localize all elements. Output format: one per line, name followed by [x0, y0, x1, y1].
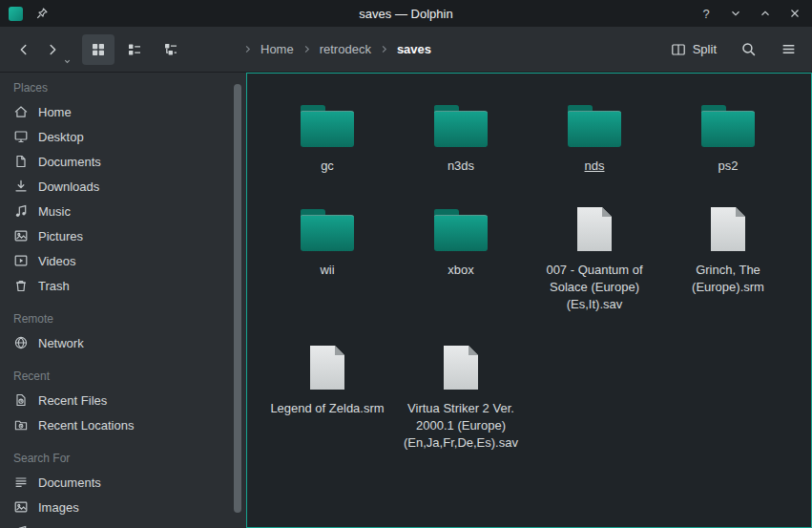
sidebar-section-label-places: Places	[0, 74, 246, 99]
forward-dropdown-icon[interactable]	[63, 57, 72, 66]
folder-nds[interactable]: nds	[528, 90, 661, 175]
folder-icon	[301, 105, 354, 147]
folder-xbox[interactable]: xbox	[394, 194, 528, 313]
image-icon	[13, 499, 29, 515]
item-label: Grinch, The (Europe).srm	[667, 262, 789, 296]
file-icon	[711, 207, 745, 251]
icon-wrap	[310, 332, 344, 391]
file-legend-of-zelda-srm[interactable]: Legend of Zelda.srm	[260, 332, 394, 452]
sidebar-item-trash[interactable]: Trash	[0, 273, 246, 298]
sidebar-item-label: Images	[38, 500, 79, 515]
icon-wrap	[444, 332, 478, 391]
icon-wrap	[701, 90, 755, 149]
trash-icon	[13, 278, 29, 293]
main-toolbar: Home retrodeck saves Split	[0, 27, 812, 73]
sidebar-item-audio[interactable]: Audio	[0, 519, 246, 528]
folder-view: gcn3dsndsps2wiixbox007 - Quantum of Sola…	[246, 73, 812, 528]
sidebar-item-label: Desktop	[38, 130, 84, 144]
file-virtua-striker-2-ver-2000-1-europe-en-ja-fr-de-es-sav[interactable]: Virtua Striker 2 Ver. 2000.1 (Europe) (E…	[394, 332, 528, 452]
desktop-icon	[13, 129, 29, 144]
folder-icon	[301, 209, 354, 251]
sidebar-item-label: Documents	[38, 475, 101, 490]
split-button[interactable]: Split	[665, 36, 722, 63]
sidebar-section-label-recent: Recent	[0, 355, 246, 388]
back-button[interactable]	[10, 34, 38, 65]
split-icon	[671, 42, 686, 57]
scrollbar-thumb[interactable]	[234, 84, 241, 513]
sidebar-item-label: Audio	[38, 525, 70, 528]
hamburger-menu-button[interactable]	[774, 34, 802, 65]
breadcrumb-home[interactable]: Home	[258, 42, 297, 56]
details-view-button[interactable]	[155, 34, 187, 65]
item-label: wii	[320, 262, 334, 279]
item-label: ps2	[718, 158, 739, 175]
sidebar-scrollbar[interactable]	[234, 84, 241, 517]
network-icon	[13, 335, 29, 350]
item-label: 007 - Quantum of Solace (Europe) (Es,It)…	[533, 262, 656, 313]
sidebar-item-label: Network	[38, 336, 84, 350]
sidebar-item-label: Recent Files	[38, 393, 107, 408]
breadcrumb-saves[interactable]: saves	[394, 42, 434, 56]
breadcrumb: Home retrodeck saves	[242, 42, 434, 56]
file-grinch-the-europe-srm[interactable]: Grinch, The (Europe).srm	[661, 194, 795, 313]
chevron-right-icon	[302, 44, 312, 54]
sidebar-item-recent-files[interactable]: Recent Files	[0, 388, 246, 412]
maximize-button[interactable]	[757, 5, 774, 22]
file-grid: gcn3dsndsps2wiixbox007 - Quantum of Sola…	[247, 74, 811, 452]
file-icon	[577, 207, 612, 251]
icons-view-button[interactable]	[82, 34, 115, 65]
view-mode-buttons	[82, 34, 187, 65]
sidebar-item-desktop[interactable]: Desktop	[0, 124, 246, 149]
item-label: gc	[321, 158, 334, 175]
dolphin-window: saves — Dolphin ?	[0, 0, 812, 528]
sidebar-item-music[interactable]: Music	[0, 199, 246, 223]
folder-n3ds[interactable]: n3ds	[394, 90, 528, 175]
sidebar-item-videos[interactable]: Videos	[0, 248, 246, 273]
titlebar: saves — Dolphin ?	[0, 0, 812, 27]
home-icon	[13, 104, 29, 119]
icon-wrap	[711, 194, 745, 253]
sidebar-item-home[interactable]: Home	[0, 99, 246, 124]
sidebar-item-label: Home	[38, 105, 72, 119]
file-icon	[310, 346, 344, 390]
item-label: Virtua Striker 2 Ver. 2000.1 (Europe) (E…	[400, 400, 522, 452]
sidebar-item-label: Pictures	[38, 229, 83, 243]
sidebar-item-images[interactable]: Images	[0, 495, 246, 519]
sidebar-section-label-remote: Remote	[0, 298, 246, 330]
recent-locations-icon	[13, 417, 29, 433]
folder-ps2[interactable]: ps2	[661, 90, 795, 175]
search-button[interactable]	[734, 34, 762, 65]
folder-gc[interactable]: gc	[260, 90, 394, 175]
download-icon	[13, 179, 29, 194]
pin-icon[interactable]	[33, 5, 51, 22]
breadcrumb-retrodeck[interactable]: retrodeck	[317, 42, 374, 56]
places-panel: PlacesHomeDesktopDocumentsDownloadsMusic…	[0, 73, 246, 528]
list-icon	[13, 475, 29, 490]
sidebar-item-label: Downloads	[38, 180, 99, 194]
file-007-quantum-of-solace-europe-es-it-sav[interactable]: 007 - Quantum of Solace (Europe) (Es,It)…	[528, 194, 661, 313]
chevron-right-icon	[242, 44, 253, 54]
file-icon	[444, 346, 478, 390]
sidebar-item-documents[interactable]: Documents	[0, 149, 246, 174]
icon-wrap	[301, 194, 354, 253]
icon-wrap	[568, 90, 621, 149]
item-label: n3ds	[448, 158, 474, 175]
document-icon	[13, 154, 29, 169]
help-button[interactable]: ?	[697, 5, 715, 22]
music-icon	[13, 524, 29, 528]
sidebar-item-documents[interactable]: Documents	[0, 470, 246, 495]
sidebar-item-label: Trash	[38, 279, 70, 293]
sidebar-item-recent-locations[interactable]: Recent Locations	[0, 412, 246, 437]
sidebar-item-network[interactable]: Network	[0, 330, 246, 355]
app-icon	[9, 7, 23, 21]
compact-view-button[interactable]	[118, 34, 151, 65]
icon-wrap	[301, 90, 354, 149]
sidebar-item-downloads[interactable]: Downloads	[0, 174, 246, 199]
item-label: xbox	[448, 262, 473, 279]
minimize-button[interactable]	[727, 5, 744, 22]
chevron-right-icon	[379, 44, 389, 54]
folder-wii[interactable]: wii	[260, 194, 394, 313]
close-button[interactable]	[786, 5, 803, 22]
item-label: nds	[585, 158, 605, 175]
sidebar-item-pictures[interactable]: Pictures	[0, 223, 246, 248]
